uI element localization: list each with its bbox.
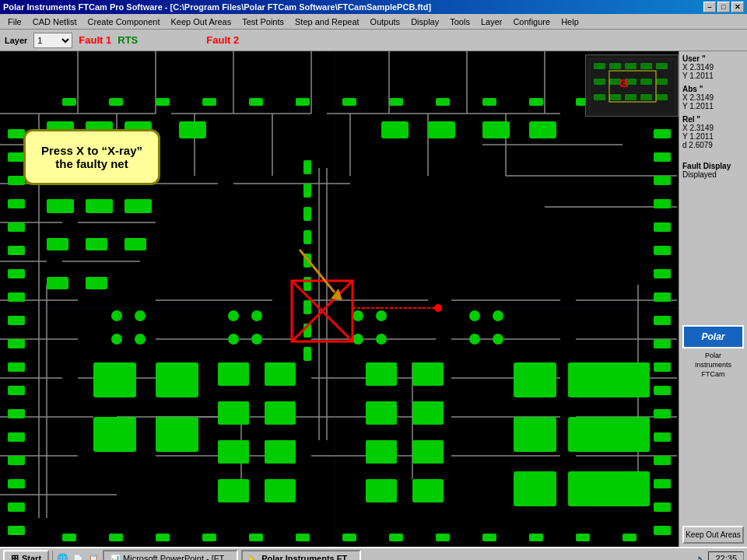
svg-rect-65 xyxy=(156,98,170,106)
svg-rect-132 xyxy=(514,362,556,397)
rel-coords: Rel " X 2.3149 Y 1.2011 d 2.6079 xyxy=(682,115,744,149)
fault1-label: Fault 1 xyxy=(79,34,111,46)
svg-point-182 xyxy=(493,334,503,345)
svg-rect-143 xyxy=(156,534,170,541)
menu-configure[interactable]: Configure xyxy=(508,16,555,28)
menu-keep-out-areas[interactable]: Keep Out Areas xyxy=(167,16,237,28)
svg-point-181 xyxy=(469,334,480,345)
svg-rect-111 xyxy=(654,526,671,535)
svg-rect-215 xyxy=(656,79,668,85)
svg-rect-107 xyxy=(654,432,671,442)
svg-rect-64 xyxy=(109,98,123,106)
svg-rect-171 xyxy=(303,184,311,198)
svg-point-203 xyxy=(434,304,442,312)
abs-label: Abs " xyxy=(682,85,744,93)
svg-rect-158 xyxy=(218,440,249,464)
svg-rect-175 xyxy=(303,277,311,291)
start-button[interactable]: ⊞ Start xyxy=(3,550,49,560)
rel-d-value: 2.6079 xyxy=(689,141,713,149)
menu-layer[interactable]: Layer xyxy=(476,16,507,28)
svg-rect-123 xyxy=(47,238,68,250)
svg-rect-135 xyxy=(568,417,611,452)
powerpoint-icon: 📊 xyxy=(110,555,120,561)
svg-rect-149 xyxy=(436,534,450,541)
rel-y-row: Y 1.2011 xyxy=(682,132,744,141)
abs-x-row: X 2.3149 xyxy=(682,93,744,102)
rel-x-label: X xyxy=(682,124,688,132)
svg-rect-220 xyxy=(656,94,668,100)
polar-logo: Polar xyxy=(682,325,744,348)
svg-rect-161 xyxy=(265,479,296,502)
svg-rect-102 xyxy=(654,316,671,325)
menu-step-and-repeat[interactable]: Step and Repeat xyxy=(290,16,364,28)
svg-rect-137 xyxy=(568,471,611,506)
user-y-label: Y xyxy=(682,72,688,80)
svg-rect-122 xyxy=(124,199,152,213)
svg-rect-96 xyxy=(654,176,671,185)
rel-x-row: X 2.3149 xyxy=(682,124,744,132)
rel-y-value: 1.2011 xyxy=(689,132,714,141)
toolbar: Layer 1 Fault 1 RTS Fault 2 xyxy=(0,30,747,51)
rel-label: Rel " xyxy=(682,115,744,124)
svg-rect-83 xyxy=(8,292,25,302)
start-label: Start xyxy=(22,554,41,560)
keep-out-button[interactable]: Keep Out Areas xyxy=(682,526,744,544)
svg-rect-210 xyxy=(656,63,668,69)
svg-rect-169 xyxy=(412,479,444,502)
svg-rect-219 xyxy=(640,94,652,100)
titlebar-controls: – □ ✕ xyxy=(703,2,744,12)
user-x-label: X xyxy=(682,63,688,72)
taskbar-item-powerpoint[interactable]: 📊 Microsoft PowerPoint - [FT... xyxy=(103,550,238,560)
svg-rect-105 xyxy=(654,386,671,395)
pcb-canvas[interactable]: Press X to “X-ray”the faulty net xyxy=(0,51,679,547)
svg-rect-152 xyxy=(576,534,590,541)
svg-rect-63 xyxy=(62,98,76,106)
layer-select[interactable]: 1 xyxy=(33,33,72,48)
svg-rect-130 xyxy=(93,417,136,452)
taskbar-item-ftcam[interactable]: 📐 Polar Instruments FT... xyxy=(241,550,361,560)
svg-point-184 xyxy=(376,310,387,321)
svg-rect-91 xyxy=(8,479,25,488)
menu-help[interactable]: Help xyxy=(556,16,584,28)
svg-rect-164 xyxy=(366,401,397,425)
menu-tools[interactable]: Tools xyxy=(445,16,475,28)
abs-x-label: X xyxy=(682,93,688,102)
svg-rect-94 xyxy=(654,129,671,138)
minimize-button[interactable]: – xyxy=(703,2,716,12)
svg-point-179 xyxy=(469,310,480,321)
svg-rect-145 xyxy=(249,534,263,541)
svg-rect-148 xyxy=(389,534,403,541)
layer-label: Layer xyxy=(5,36,27,45)
pcb-svg xyxy=(0,51,679,547)
rel-d-row: d 2.6079 xyxy=(682,141,744,149)
svg-rect-95 xyxy=(654,152,671,162)
menu-outputs[interactable]: Outputs xyxy=(366,16,405,28)
user-coords: User " X 2.3149 Y 1.2011 xyxy=(682,54,744,80)
taskbar-tray-icon2: 📄 xyxy=(72,552,84,560)
svg-rect-73 xyxy=(529,98,543,106)
svg-rect-76 xyxy=(8,129,25,138)
svg-rect-157 xyxy=(265,401,296,425)
close-button[interactable]: ✕ xyxy=(731,2,744,12)
menubar: File CAD Netlist Create Component Keep O… xyxy=(0,14,747,30)
svg-rect-134 xyxy=(514,417,556,452)
svg-point-191 xyxy=(111,310,122,321)
menu-create-component[interactable]: Create Component xyxy=(83,16,165,28)
svg-rect-176 xyxy=(303,300,311,314)
svg-rect-207 xyxy=(609,63,621,69)
svg-rect-93 xyxy=(8,526,25,535)
svg-rect-109 xyxy=(654,479,671,488)
taskbar: ⊞ Start 🌐 📄 📋 📊 Microsoft PowerPoint - [… xyxy=(0,547,747,560)
svg-point-189 xyxy=(228,334,239,345)
svg-point-193 xyxy=(111,334,122,345)
svg-rect-72 xyxy=(482,98,496,106)
svg-rect-139 xyxy=(607,417,650,452)
svg-rect-153 xyxy=(622,534,637,541)
menu-display[interactable]: Display xyxy=(406,16,444,28)
svg-rect-67 xyxy=(249,98,263,106)
maximize-button[interactable]: □ xyxy=(717,2,730,12)
menu-test-points[interactable]: Test Points xyxy=(237,16,289,28)
menu-cad-netlist[interactable]: CAD Netlist xyxy=(28,16,82,28)
abs-y-row: Y 1.2011 xyxy=(682,102,744,110)
menu-file[interactable]: File xyxy=(3,16,26,28)
